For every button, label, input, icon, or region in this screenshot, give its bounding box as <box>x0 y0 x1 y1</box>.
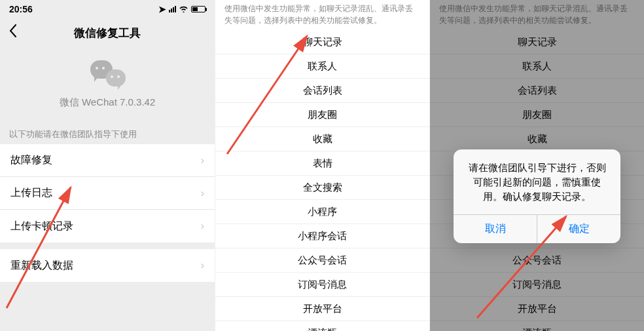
list-group-1: 故障修复 › 上传日志 › 上传卡顿记录 › <box>0 144 215 243</box>
repair-option[interactable]: 小程序会话 <box>215 224 429 248</box>
cancel-button[interactable]: 取消 <box>454 215 537 243</box>
row-reload-data[interactable]: 重新载入数据 › <box>0 249 215 282</box>
pane-repair-options: 使用微信中发生功能异常，如聊天记录混乱、通讯录丢失等问题，选择列表中的相关功能尝… <box>215 0 429 331</box>
row-upload-lag[interactable]: 上传卡顿记录 › <box>0 210 215 243</box>
repair-option[interactable]: 订阅号消息 <box>215 273 429 297</box>
battery-icon <box>191 6 206 12</box>
chevron-right-icon: › <box>201 220 204 232</box>
row-label: 上传卡顿记录 <box>10 220 201 233</box>
row-label: 故障修复 <box>10 153 201 167</box>
signal-icon <box>169 6 176 12</box>
repair-option[interactable]: 开放平台 <box>215 297 429 321</box>
repair-option[interactable]: 全文搜索 <box>215 176 429 200</box>
pane-repair-tool-home: 20:56 ➤ 微信修复工具 微信 WeChat 7.0.3.42 以下功能请在… <box>0 0 215 331</box>
repair-option[interactable]: 收藏 <box>215 127 429 151</box>
confirm-dialog: 请在微信团队引导下进行，否则可能引起新的问题，需慎重使用。确认修复聊天记录。 取… <box>454 149 620 243</box>
status-time: 20:56 <box>9 4 33 14</box>
version-label: 微信 WeChat 7.0.3.42 <box>0 96 215 109</box>
option-list: 聊天记录联系人会话列表朋友圈收藏表情全文搜索小程序小程序会话公众号会话订阅号消息… <box>215 30 429 331</box>
dialog-buttons: 取消 确定 <box>454 214 620 243</box>
repair-option[interactable]: 公众号会话 <box>215 248 429 273</box>
hero: 微信 WeChat 7.0.3.42 <box>0 47 215 119</box>
nav-bar: 微信修复工具 <box>0 18 215 47</box>
wechat-icon <box>89 59 126 89</box>
confirm-button[interactable]: 确定 <box>537 215 620 243</box>
section-hint: 以下功能请在微信团队指导下使用 <box>0 119 215 144</box>
wifi-icon <box>179 4 188 14</box>
repair-option[interactable]: 漂流瓶 <box>215 321 429 331</box>
status-bar: 20:56 ➤ <box>0 0 215 18</box>
chevron-right-icon: › <box>201 187 204 199</box>
repair-option[interactable]: 朋友圈 <box>215 103 429 127</box>
page-title: 微信修复工具 <box>7 26 208 41</box>
location-arrow-icon: ➤ <box>158 4 166 14</box>
dialog-message: 请在微信团队引导下进行，否则可能引起新的问题，需慎重使用。确认修复聊天记录。 <box>454 149 620 214</box>
row-fault-repair[interactable]: 故障修复 › <box>0 144 215 177</box>
repair-option[interactable]: 聊天记录 <box>215 30 429 54</box>
chevron-right-icon: › <box>201 260 204 271</box>
pane-repair-confirm: 使用微信中发生功能异常，如聊天记录混乱、通讯录丢失等问题，选择列表中的相关功能尝… <box>429 0 644 331</box>
group-gap <box>0 243 215 249</box>
repair-option[interactable]: 表情 <box>215 151 429 176</box>
row-upload-log[interactable]: 上传日志 › <box>0 177 215 210</box>
list-group-2: 重新载入数据 › <box>0 249 215 282</box>
status-right: ➤ <box>158 4 206 14</box>
repair-option[interactable]: 会话列表 <box>215 79 429 103</box>
repair-option[interactable]: 小程序 <box>215 200 429 224</box>
instructions: 使用微信中发生功能异常，如聊天记录混乱、通讯录丢失等问题，选择列表中的相关功能尝… <box>215 0 429 30</box>
repair-option[interactable]: 联系人 <box>215 54 429 79</box>
row-label: 重新载入数据 <box>10 259 201 273</box>
chevron-right-icon: › <box>201 155 204 166</box>
row-label: 上传日志 <box>10 186 201 200</box>
